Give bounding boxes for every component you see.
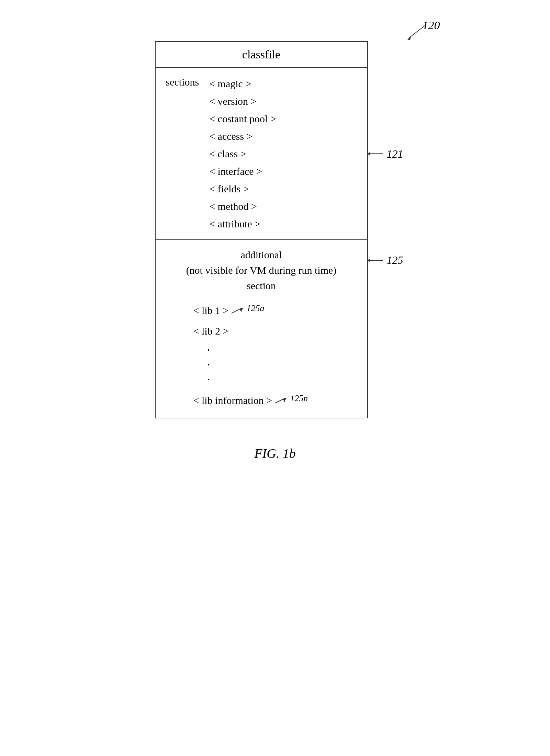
ref-121-label: 121 (387, 147, 403, 160)
section-interface: < interface > (209, 162, 262, 180)
sections-label: sections (166, 76, 199, 88)
lib-info-text: < lib information > (193, 390, 272, 411)
additional-header: additional (not visible for VM during ru… (166, 247, 357, 293)
section-class: < class > (209, 145, 246, 162)
ref-125n-arrow (274, 396, 288, 406)
section-magic: < magic > (209, 75, 251, 92)
lib-info-item: < lib information > 125n (193, 390, 308, 411)
dots-area: ··· (193, 343, 210, 387)
lib-1-text: < lib 1 > (193, 300, 229, 321)
lib-items: < lib 1 > 125a < lib 2 > ·· (166, 300, 357, 411)
ref-120-arrow (404, 24, 428, 41)
additional-area: additional (not visible for VM during ru… (156, 240, 367, 418)
svg-line-0 (409, 26, 425, 38)
ref-125-arrow (366, 255, 385, 266)
ref-125-group: 125 (366, 254, 403, 267)
ref-125n-label: 125n (290, 390, 308, 407)
ref-125a-arrow (231, 306, 245, 316)
section-attribute: < attribute > (209, 215, 260, 233)
svg-marker-3 (367, 152, 370, 156)
classfile-header: classfile (156, 42, 367, 68)
ref-125a-label: 125a (247, 300, 265, 317)
section-version: < version > (209, 92, 256, 110)
svg-marker-1 (407, 36, 411, 40)
ref-125-label: 125 (387, 254, 403, 267)
lib-2-item: < lib 2 > (193, 321, 229, 341)
section-costant-pool: < costant pool > (209, 110, 276, 127)
classfile-box: classfile sections < magic > < version >… (155, 41, 368, 418)
ref-121-group: 121 (366, 147, 403, 160)
section-fields: < fields > (209, 180, 249, 198)
section-method: < method > (209, 198, 257, 215)
ref-121-arrow (366, 149, 385, 159)
section-access: < access > (209, 127, 252, 145)
svg-marker-9 (367, 259, 370, 262)
sections-area: sections < magic > < version > < costant… (156, 68, 367, 240)
figure-caption: FIG. 1b (254, 446, 295, 461)
lib-1-item: < lib 1 > 125a (193, 300, 265, 321)
